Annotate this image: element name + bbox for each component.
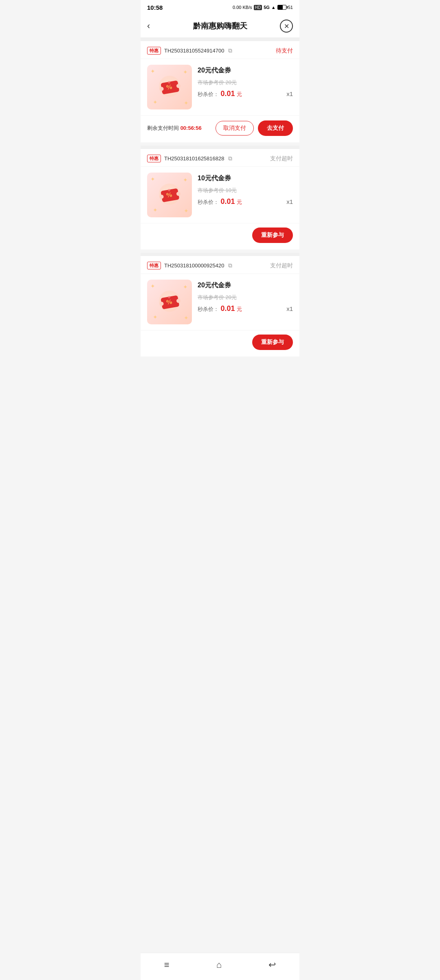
order-number-2: TH250318101625816828 xyxy=(164,155,224,162)
svg-text:%: % xyxy=(165,298,173,306)
flash-price-group-2: 秒杀价： 0.01 元 xyxy=(198,197,242,206)
flash-price-3: 0.01 xyxy=(220,304,235,313)
product-name-2: 10元代金券 xyxy=(198,174,293,183)
product-info-3: 20元代金券 市场参考价 20元 秒杀价： 0.01 元 x1 xyxy=(198,280,293,313)
order-id-row-3: 特惠 TH250318100000925420 ⧉ xyxy=(147,262,232,269)
bottom-navigation: ≡ ⌂ ↩ xyxy=(141,953,299,980)
sparkle-icon: ✦ xyxy=(183,69,188,75)
section-divider-2 xyxy=(141,146,299,149)
rejoin-button-2[interactable]: 重新参与 xyxy=(252,228,293,243)
network-type: 5G xyxy=(264,5,270,10)
svg-text:%: % xyxy=(165,190,173,199)
status-icons: 0.00 KB/s HD 5G ▲ 51 xyxy=(233,5,293,10)
order-status-3: 支付超时 xyxy=(270,262,293,269)
flash-price-group-1: 秒杀价： 0.01 元 xyxy=(198,90,242,98)
order-card-1: 特惠 TH250318105524914700 ⧉ 待支付 ✦ ✦ ✦ ✦ xyxy=(141,41,299,142)
order-number-3: TH250318100000925420 xyxy=(164,262,224,269)
price-unit-1: 元 xyxy=(237,91,242,97)
flash-label-2: 秒杀价： xyxy=(198,199,219,205)
order-number-1: TH250318105524914700 xyxy=(164,48,224,54)
order-status-1: 待支付 xyxy=(276,47,293,55)
market-price-3: 市场参考价 20元 xyxy=(198,294,293,301)
flash-label-3: 秒杀价： xyxy=(198,306,219,312)
back-nav-button[interactable]: ↩ xyxy=(260,958,284,972)
product-row-2: ✦ ✦ ✦ ✦ xyxy=(141,167,299,223)
product-image-1: ✦ ✦ ✦ ✦ xyxy=(147,65,192,109)
section-divider xyxy=(141,38,299,41)
price-row-2: 秒杀价： 0.01 元 x1 xyxy=(198,197,293,206)
order-id-row-1: 特惠 TH250318105524914700 ⧉ xyxy=(147,47,232,55)
flash-label-1: 秒杀价： xyxy=(198,91,219,97)
sparkle-icon: ✦ xyxy=(184,100,189,106)
rejoin-button-3[interactable]: 重新参与 xyxy=(252,335,293,350)
copy-icon-1[interactable]: ⧉ xyxy=(228,47,232,54)
flash-price-2: 0.01 xyxy=(220,197,235,206)
rejoin-row-3: 重新参与 xyxy=(141,330,299,357)
action-row-1: 剩余支付时间 00:56:56 取消支付 去支付 xyxy=(141,115,299,142)
quantity-3: x1 xyxy=(286,305,293,312)
price-row-3: 秒杀价： 0.01 元 x1 xyxy=(198,304,293,313)
sparkle-icon: ✦ xyxy=(150,176,155,182)
close-icon: ✕ xyxy=(284,22,289,30)
page-title: 黔南惠购嗨翻天 xyxy=(160,21,280,31)
status-bar: 10:58 0.00 KB/s HD 5G ▲ 51 xyxy=(141,0,299,15)
back-button[interactable]: ‹ xyxy=(147,21,160,31)
order-card-2: 特惠 TH250318101625816828 ⧉ 支付超时 ✦ ✦ ✦ ✦ xyxy=(141,149,299,249)
order-status-2: 支付超时 xyxy=(270,155,293,162)
copy-icon-2[interactable]: ⧉ xyxy=(228,155,232,162)
timer-label-1: 剩余支付时间 xyxy=(147,125,179,131)
home-nav-button[interactable]: ⌂ xyxy=(208,958,230,972)
copy-icon-3[interactable]: ⧉ xyxy=(228,262,232,269)
cancel-payment-button-1[interactable]: 取消支付 xyxy=(216,121,254,136)
sparkle-icon: ✦ xyxy=(153,207,158,213)
sparkle-icon: ✦ xyxy=(183,177,188,183)
coupon-svg-2: % xyxy=(155,183,184,207)
order-list: 特惠 TH250318105524914700 ⧉ 待支付 ✦ ✦ ✦ ✦ xyxy=(141,41,299,392)
status-time: 10:58 xyxy=(147,4,163,11)
tag-special-3: 特惠 xyxy=(147,262,161,269)
flash-price-1: 0.01 xyxy=(220,90,235,98)
sparkle-icon: ✦ xyxy=(183,284,188,290)
product-info-1: 20元代金券 市场参考价 20元 秒杀价： 0.01 元 x1 xyxy=(198,65,293,98)
battery-level: 51 xyxy=(288,5,293,10)
price-unit-3: 元 xyxy=(237,306,242,312)
network-speed: 0.00 KB/s xyxy=(233,5,252,10)
coupon-svg-1: % xyxy=(155,75,184,99)
sparkle-icon: ✦ xyxy=(153,314,158,320)
sparkle-icon: ✦ xyxy=(150,68,155,74)
market-price-2: 市场参考价 10元 xyxy=(198,187,293,194)
price-row-1: 秒杀价： 0.01 元 x1 xyxy=(198,90,293,98)
market-price-1: 市场参考价 20元 xyxy=(198,79,293,86)
section-divider-3 xyxy=(141,253,299,256)
order-card-3: 特惠 TH250318100000925420 ⧉ 支付超时 ✦ ✦ ✦ ✦ xyxy=(141,256,299,357)
product-row-3: ✦ ✦ ✦ ✦ xyxy=(141,274,299,330)
flash-price-group-3: 秒杀价： 0.01 元 xyxy=(198,304,242,313)
tag-special-1: 特惠 xyxy=(147,47,161,55)
sparkle-icon: ✦ xyxy=(184,208,189,214)
product-info-2: 10元代金券 市场参考价 10元 秒杀价： 0.01 元 x1 xyxy=(198,173,293,206)
pay-button-1[interactable]: 去支付 xyxy=(258,120,293,136)
timer-value-1: 00:56:56 xyxy=(180,125,202,131)
hd-badge: HD xyxy=(254,5,262,10)
sparkle-icon: ✦ xyxy=(153,99,158,105)
tag-special-2: 特惠 xyxy=(147,155,161,162)
wifi-icon: ▲ xyxy=(271,5,276,10)
product-name-3: 20元代金券 xyxy=(198,281,293,290)
svg-text:%: % xyxy=(165,83,173,91)
order-header-2: 特惠 TH250318101625816828 ⧉ 支付超时 xyxy=(141,149,299,167)
timer-text-1: 剩余支付时间 00:56:56 xyxy=(147,125,211,132)
close-button[interactable]: ✕ xyxy=(280,20,293,33)
price-unit-2: 元 xyxy=(237,199,242,205)
product-image-2: ✦ ✦ ✦ ✦ xyxy=(147,173,192,217)
header: ‹ 黔南惠购嗨翻天 ✕ xyxy=(141,15,299,38)
order-header-3: 特惠 TH250318100000925420 ⧉ 支付超时 xyxy=(141,256,299,274)
rejoin-row-2: 重新参与 xyxy=(141,223,299,249)
product-row-1: ✦ ✦ ✦ ✦ xyxy=(141,59,299,115)
order-id-row-2: 特惠 TH250318101625816828 ⧉ xyxy=(147,155,232,162)
order-header-1: 特惠 TH250318105524914700 ⧉ 待支付 xyxy=(141,41,299,59)
quantity-2: x1 xyxy=(286,198,293,205)
product-image-3: ✦ ✦ ✦ ✦ xyxy=(147,280,192,324)
coupon-svg-3: % xyxy=(155,290,184,314)
menu-nav-button[interactable]: ≡ xyxy=(156,958,178,972)
product-name-1: 20元代金券 xyxy=(198,66,293,75)
